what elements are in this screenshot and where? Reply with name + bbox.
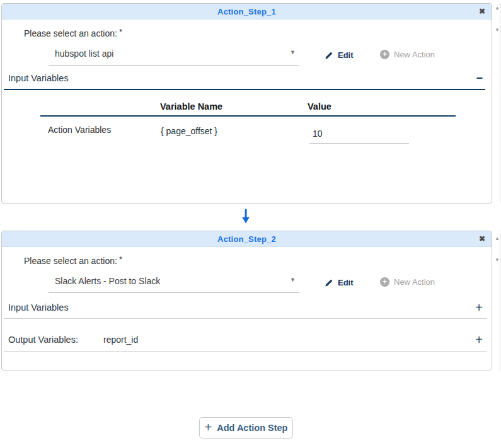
card-header: Action_Step_1 ✖ (2, 4, 492, 20)
column-header-variable-name: Variable Name (160, 101, 222, 112)
input-variables-row: Input Variables + (6, 302, 485, 318)
action-select-label: Please select an action:* (24, 28, 122, 38)
new-action-button[interactable]: + New Action (380, 50, 435, 59)
required-asterisk: * (119, 27, 122, 37)
plus-circle-icon: + (380, 50, 389, 59)
scrollbar-edge (500, 3, 500, 204)
new-action-button-label: New Action (394, 50, 435, 59)
step-title: Action_Step_1 (217, 7, 276, 16)
add-action-step-label: Add Action Step (217, 423, 287, 433)
action-select-value: Slack Alerts - Post to Slack (55, 276, 160, 286)
table-row-label: Action Variables (48, 125, 111, 135)
action-select-label: Please select an action:* (24, 256, 122, 266)
new-action-button[interactable]: + New Action (380, 277, 435, 287)
chevron-down-icon: ▼ (290, 277, 296, 283)
workflow-builder: Action_Step_1 ✖ Please select an action:… (0, 0, 501, 448)
output-variables-label: Output Variables: (8, 335, 78, 345)
edit-pencil-icon (325, 51, 333, 60)
input-variables-row: Input Variables − (6, 73, 485, 88)
output-variables-row: Output Variables: report_id + (6, 335, 485, 350)
collapse-section-icon[interactable]: − (476, 72, 483, 86)
edit-button-label: Edit (338, 50, 354, 60)
output-variable-value: report_id (103, 335, 138, 345)
table-header-divider (40, 115, 456, 117)
section-divider (4, 351, 487, 352)
scrollbar-edge (500, 231, 500, 370)
action-select-value: hubspot list api (55, 49, 113, 59)
section-divider (4, 89, 485, 90)
input-variables-label: Input Variables (8, 73, 69, 83)
action-select[interactable]: hubspot list api ▼ (49, 42, 299, 66)
input-variables-label: Input Variables (8, 302, 69, 313)
close-icon[interactable]: ✖ (479, 235, 485, 243)
step-title: Action_Step_2 (217, 234, 276, 244)
edit-button[interactable]: Edit (325, 278, 354, 287)
close-icon[interactable]: ✖ (479, 8, 485, 15)
action-step-1-card: Action_Step_1 ✖ Please select an action:… (1, 3, 492, 204)
edit-button[interactable]: Edit (325, 50, 354, 60)
add-action-step-button[interactable]: + Add Action Step (199, 417, 293, 439)
variable-name-cell: { page_offset } (161, 126, 217, 136)
chevron-down-icon: ▼ (290, 49, 296, 55)
expand-section-icon[interactable]: + (475, 300, 483, 315)
plus-circle-icon: + (380, 277, 389, 287)
variable-value-input[interactable] (309, 121, 409, 144)
section-divider (4, 318, 487, 319)
column-header-value: Value (308, 101, 331, 112)
edit-button-label: Edit (338, 278, 354, 287)
flow-down-arrow-icon (240, 208, 251, 224)
expand-section-icon[interactable]: + (475, 332, 483, 347)
required-asterisk: * (119, 255, 122, 264)
card-header: Action_Step_2 ✖ (2, 231, 492, 247)
new-action-button-label: New Action (394, 277, 435, 287)
action-select[interactable]: Slack Alerts - Post to Slack ▼ (49, 269, 299, 293)
plus-icon: + (205, 421, 212, 434)
action-step-2-card: Action_Step_2 ✖ Please select an action:… (1, 231, 492, 370)
edit-pencil-icon (325, 279, 333, 287)
